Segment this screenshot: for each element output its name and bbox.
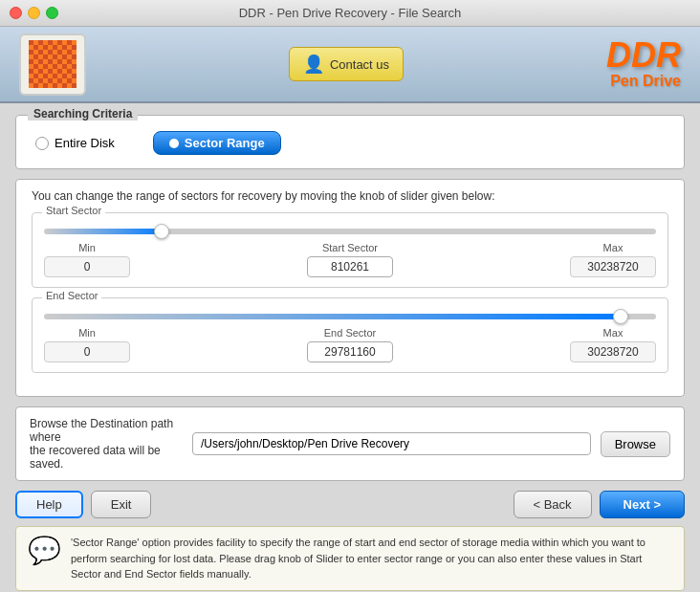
sector-description: You can change the range of sectors for … bbox=[32, 189, 668, 203]
searching-criteria-legend: Searching Criteria bbox=[28, 107, 138, 121]
end-max-label: Max bbox=[603, 327, 623, 339]
logo-checker-icon bbox=[29, 40, 77, 88]
app-header: 👤 Contact us DDR Pen Drive bbox=[0, 27, 700, 103]
browse-button[interactable]: Browse bbox=[601, 431, 670, 457]
start-max-input[interactable] bbox=[570, 256, 656, 277]
start-sector-fields: Min Start Sector Max bbox=[44, 242, 656, 277]
contact-button[interactable]: 👤 Contact us bbox=[289, 47, 404, 81]
entire-disk-label: Entire Disk bbox=[55, 136, 115, 150]
contact-icon: 👤 bbox=[303, 54, 324, 75]
info-footer: 💬 'Sector Range' option provides facilit… bbox=[15, 526, 685, 591]
end-sector-input[interactable] bbox=[307, 341, 393, 362]
start-sector-input[interactable] bbox=[307, 256, 393, 277]
window-title: DDR - Pen Drive Recovery - File Search bbox=[239, 6, 462, 20]
sector-range-radio-dot bbox=[169, 139, 179, 148]
start-sector-slider-track[interactable] bbox=[44, 229, 656, 234]
close-button[interactable] bbox=[10, 7, 22, 19]
sector-range-label: Sector Range bbox=[185, 136, 265, 150]
end-min-field: Min bbox=[44, 327, 130, 362]
start-center-label: Start Sector bbox=[322, 242, 378, 253]
entire-disk-option[interactable]: Entire Disk bbox=[35, 136, 115, 150]
entire-disk-radio[interactable] bbox=[35, 137, 49, 150]
end-min-input[interactable] bbox=[44, 341, 130, 362]
destination-path-input[interactable] bbox=[192, 432, 591, 455]
button-row: Help Exit < Back Next > bbox=[15, 491, 685, 518]
contact-label: Contact us bbox=[330, 57, 389, 72]
end-sector-knob[interactable] bbox=[613, 309, 628, 324]
back-button[interactable]: < Back bbox=[514, 491, 592, 518]
end-center-field: End Sector bbox=[307, 327, 393, 362]
end-max-input[interactable] bbox=[570, 341, 656, 362]
searching-criteria-box: Searching Criteria Entire Disk Sector Ra… bbox=[15, 115, 685, 169]
footer-info-text: 'Sector Range' option provides facility … bbox=[71, 535, 672, 582]
end-sector-fields: Min End Sector Max bbox=[44, 327, 656, 362]
criteria-options: Entire Disk Sector Range bbox=[16, 116, 684, 168]
start-sector-group: Start Sector Min Start Sector Max bbox=[32, 212, 668, 288]
main-content: Searching Criteria Entire Disk Sector Ra… bbox=[0, 103, 700, 592]
start-min-field: Min bbox=[44, 242, 130, 277]
right-buttons: < Back Next > bbox=[514, 491, 686, 518]
sector-range-option[interactable]: Sector Range bbox=[153, 131, 281, 155]
exit-button[interactable]: Exit bbox=[91, 491, 152, 518]
ddr-logo: DDR Pen Drive bbox=[606, 38, 681, 90]
sector-info-box: You can change the range of sectors for … bbox=[15, 179, 685, 397]
end-max-field: Max bbox=[570, 327, 656, 362]
start-max-label: Max bbox=[603, 242, 623, 253]
start-max-field: Max bbox=[570, 242, 656, 277]
left-buttons: Help Exit bbox=[15, 491, 151, 518]
ddr-title: DDR bbox=[606, 38, 681, 73]
help-button[interactable]: Help bbox=[15, 491, 83, 518]
start-min-input[interactable] bbox=[44, 256, 130, 277]
maximize-button[interactable] bbox=[46, 7, 58, 19]
app-logo bbox=[19, 33, 86, 96]
end-sector-slider-track[interactable] bbox=[44, 314, 656, 319]
end-sector-group: End Sector Min End Sector Max bbox=[32, 297, 668, 373]
end-center-label: End Sector bbox=[324, 327, 376, 339]
start-min-label: Min bbox=[78, 242, 96, 253]
next-button[interactable]: Next > bbox=[600, 491, 685, 518]
destination-box: Browse the Destination path where the re… bbox=[15, 406, 685, 481]
end-sector-legend: End Sector bbox=[42, 290, 101, 301]
window-controls bbox=[10, 7, 58, 19]
title-bar: DDR - Pen Drive Recovery - File Search bbox=[0, 0, 700, 27]
info-bubble-icon: 💬 bbox=[28, 535, 61, 566]
start-sector-knob[interactable] bbox=[154, 224, 169, 239]
ddr-subtitle: Pen Drive bbox=[606, 73, 681, 90]
end-min-label: Min bbox=[78, 327, 96, 339]
main-wrapper: Searching Criteria Entire Disk Sector Ra… bbox=[0, 103, 700, 592]
start-sector-legend: Start Sector bbox=[42, 205, 105, 216]
start-center-field: Start Sector bbox=[307, 242, 393, 277]
destination-label: Browse the Destination path where the re… bbox=[30, 417, 183, 471]
minimize-button[interactable] bbox=[28, 7, 40, 19]
